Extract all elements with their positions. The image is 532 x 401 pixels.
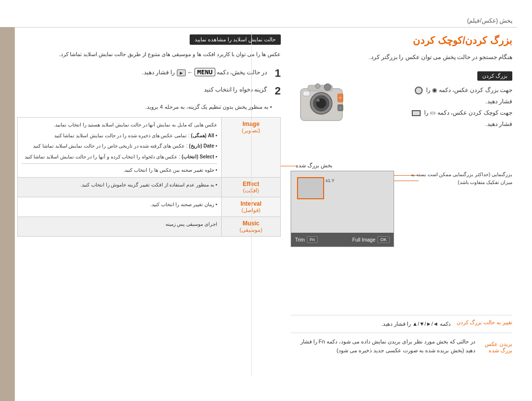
select-option: • Select (انتخاب) : عکس های دلخواه را ان… <box>22 152 217 161</box>
rect-icon <box>412 110 421 116</box>
table-row-music: Music (موسیقی) اجرای موسیقی پس زمینه <box>18 216 281 236</box>
page-sidebar <box>0 27 15 401</box>
zoom-button-label: بزرگ کردن <box>477 71 512 81</box>
display-bottom-label: بزرگنمایی (حداکثر بزرگنمایی ممکن است بست… <box>399 171 512 186</box>
full-image-label: Full Image <box>352 237 375 243</box>
page-container: پخش (عکس/فیلم) 84 بزرگ کردن/کوچک کردن هن… <box>0 0 532 401</box>
zoom-in-text: جهت بزرگ کردن عکس، دکمه ◉ را <box>426 87 512 93</box>
step-2-bullet: به منظور پخش بدون تنظیم یک گزینه، به مرح… <box>17 102 272 112</box>
slideshow-subtitle: عکس ها را می توان با کاربرد افکت ها و مو… <box>17 50 281 60</box>
change-zoom-title: تغییر به حالت بزرگ کردن <box>457 319 512 327</box>
section-subtitle: هنگام جستجو در حالت پخش می توان عکس را ب… <box>291 52 512 62</box>
step-2-number: 2 <box>271 85 281 97</box>
step-2-content: گزینه دخواه را انتخاب کنید <box>204 85 267 94</box>
zoom-screen: x1.Y OK Full Image Fn Trim <box>291 171 394 247</box>
svg-rect-5 <box>303 91 310 96</box>
zoom-screen-controls: OK Full Image Fn Trim <box>291 233 394 247</box>
zoom-out-text2: فشار دهید. <box>485 121 512 127</box>
section-title: بزرگ کردن/کوچک کردن <box>291 34 512 46</box>
fn-key: Fn <box>307 236 318 243</box>
change-zoom-desc: دکمه ◄/►/▼/▲ را فشار دهید. <box>381 319 451 329</box>
image-option-desc: عکس هایی که مایل به نمایش آنها در حالت ن… <box>18 117 222 177</box>
table-row-image: Image (تصاویر) عکس هایی که مایل به نمایش… <box>18 117 281 177</box>
table-row-effect: Effect (افکت) • به منظور عدم استفاده از … <box>18 177 281 197</box>
image-desc-header: عکس هایی که مایل به نمایش آنها در حالت ن… <box>22 121 217 129</box>
zoom-display-section: بخش بزرگ شده بزرگنمایی (حداکثر بزرگنمایی… <box>291 162 512 251</box>
step-1-number: 1 <box>271 67 281 80</box>
svg-text:+: + <box>339 95 341 100</box>
zoom-xy-label: x1.Y <box>326 178 334 183</box>
date-option: • Date (تاریخ) : عکس های گرفته شده در تا… <box>22 141 217 151</box>
ok-button-label: OK Full Image <box>352 236 390 243</box>
camera-illustration: + - <box>291 76 350 130</box>
table-row-interval: Interval (فواصل) • زمان تغییر صحنه را ان… <box>18 197 281 216</box>
page-header: پخش (عکس/فیلم) <box>467 17 512 24</box>
circle-icon <box>415 87 423 94</box>
fn-button-label: Fn Trim <box>295 236 318 243</box>
zoom-highlight-box <box>297 177 324 199</box>
menu-key: MENU <box>195 68 215 76</box>
svg-point-8 <box>315 84 320 89</box>
interval-option-desc: • زمان تغییر صحنه را انتخاب کنید. <box>18 197 222 216</box>
slideshow-header-bar: حالت نمایش اسلاید را مشاهده نمایید <box>190 34 281 45</box>
cut-image-desc: در حالتی که بخش مورد نظر برای بریدن نمای… <box>291 337 475 356</box>
display-top-label: بخش بزرگ شده <box>296 162 332 169</box>
slide-change-bullet: • جلوه تغییر صحنه بین عکس ها را انتخاب ک… <box>22 166 217 174</box>
zoom-out-text: جهت کوچک کردن عکس، دکمه ▭ را <box>424 109 512 116</box>
left-section: حالت نمایش اسلاید را مشاهده نمایید عکس ه… <box>17 34 281 237</box>
step-2-row: 2 گزینه دخواه را انتخاب کنید <box>17 85 281 97</box>
play-icon: ▶ <box>177 69 186 76</box>
section-divider <box>251 32 252 376</box>
top-divider <box>15 27 517 28</box>
step-1-content: در حالت پخش، دکمه MENU ← ▶ را فشار دهید. <box>142 67 267 78</box>
cut-image-title: بریدن عکس بزرگ شده <box>481 341 512 354</box>
change-zoom-section: تغییر به حالت بزرگ کردن دکمه ◄/►/▼/▲ را … <box>291 315 512 356</box>
breadcrumb-text: پخش (عکس/فیلم) <box>467 17 512 24</box>
step-1-row: 1 در حالت پخش، دکمه MENU ← ▶ را فشار دهی… <box>17 67 281 80</box>
effect-option-desc: • به منظور عدم استفاده از افکت تغییر گزی… <box>18 177 222 197</box>
all-option: • All (همگی) : تمامی عکس های ذخیره شده ر… <box>22 131 217 140</box>
trim-label: Trim <box>295 237 305 243</box>
svg-point-4 <box>317 99 320 102</box>
ok-key: OK <box>377 236 390 243</box>
svg-text:-: - <box>340 105 341 110</box>
options-table: Image (تصاویر) عکس هایی که مایل به نمایش… <box>17 117 281 237</box>
music-option-desc: اجرای موسیقی پس زمینه <box>18 216 222 236</box>
zoom-in-text2: فشار دهید. <box>485 98 512 105</box>
svg-point-7 <box>324 84 331 91</box>
